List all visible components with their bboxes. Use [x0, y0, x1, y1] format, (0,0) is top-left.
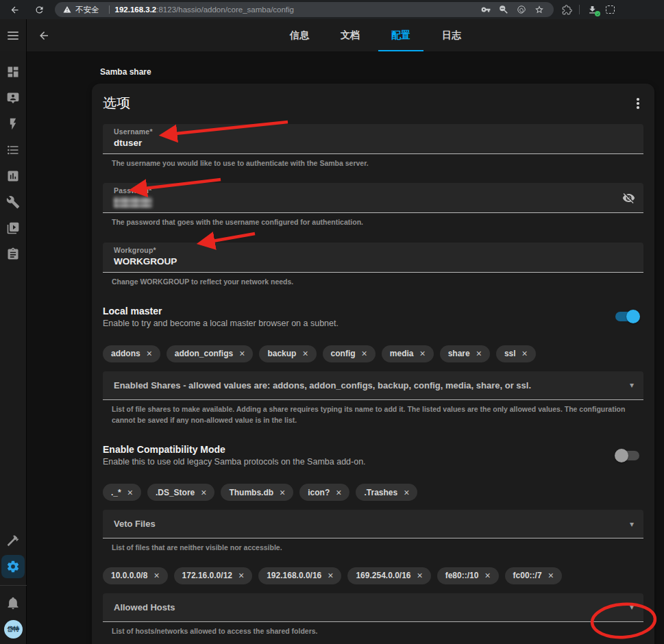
chip-remove-icon[interactable]: × — [522, 349, 528, 358]
browser-logo-icon[interactable] — [513, 1, 530, 18]
sidebar-item-developer-tools[interactable] — [1, 528, 25, 554]
card-menu-icon[interactable] — [628, 94, 648, 113]
veto-files-section: ._*×.DS_Store×Thumbs.db×icon?×.Trashes× … — [103, 484, 643, 553]
chip[interactable]: .Trashes× — [356, 484, 417, 501]
chip-remove-icon[interactable]: × — [147, 349, 152, 358]
chip[interactable]: icon?× — [299, 484, 349, 501]
chip[interactable]: fc00::/7× — [505, 567, 562, 584]
chip[interactable]: fe80::/10× — [437, 567, 499, 584]
chip-remove-icon[interactable]: × — [280, 488, 285, 497]
user-avatar[interactable]: 岱特 — [4, 620, 23, 639]
zoom-out-icon[interactable] — [495, 1, 513, 18]
local-master-row: Local master Enable to try and become a … — [103, 306, 642, 328]
chip[interactable]: 10.0.0.0/8× — [103, 567, 168, 584]
wrench-icon — [6, 195, 20, 209]
chip[interactable]: ._*× — [103, 484, 141, 501]
chip[interactable]: ssl× — [496, 345, 536, 362]
extensions-puzzle-icon[interactable] — [558, 1, 576, 18]
chip-label: backup — [267, 349, 296, 358]
sidebar-item-history[interactable] — [1, 163, 25, 189]
clipboard-list-icon — [6, 247, 20, 261]
allowed-hosts-section: 10.0.0.0/8×172.16.0.0/12×192.168.0.0/16×… — [103, 567, 643, 636]
workgroup-field-group: Workgroup* WORKGROUP Change WORKGROUP to… — [103, 243, 643, 287]
username-helper: The username you would like to use to au… — [112, 158, 632, 169]
chip[interactable]: .DS_Store× — [147, 484, 215, 501]
addon-name-label: Samba share — [100, 67, 664, 77]
chip[interactable]: addon_configs× — [167, 345, 254, 362]
address-bar[interactable]: 不安全 192.168.3.2 :8123/hassio/addon/core_… — [55, 2, 554, 17]
chip[interactable]: addons× — [103, 345, 160, 362]
downloads-icon[interactable] — [583, 1, 601, 18]
chip-remove-icon[interactable]: × — [548, 571, 554, 580]
chip-remove-icon[interactable]: × — [476, 349, 482, 358]
sidebar-item-tools[interactable] — [1, 189, 25, 215]
local-master-toggle[interactable] — [615, 310, 640, 323]
chip[interactable]: 172.16.0.0/12× — [174, 567, 253, 584]
enabled-shares-section: addons×addon_configs×backup×config×media… — [103, 345, 643, 426]
password-field-group: Password* The password that goes with th… — [103, 183, 643, 227]
sidebar-item-settings[interactable] — [1, 555, 25, 578]
sidebar-item-overview[interactable] — [1, 59, 25, 85]
chip-remove-icon[interactable]: × — [417, 571, 423, 580]
sidebar-item-people[interactable] — [1, 85, 25, 111]
chip-remove-icon[interactable]: × — [328, 571, 333, 580]
chip-remove-icon[interactable]: × — [302, 349, 308, 358]
chip-remove-icon[interactable]: × — [127, 488, 133, 497]
chip-label: ssl — [504, 349, 516, 358]
browser-refresh-icon[interactable] — [30, 1, 48, 18]
sidebar-item-todo[interactable] — [1, 241, 25, 267]
chip[interactable]: share× — [440, 345, 490, 362]
sidebar-item-notifications[interactable] — [1, 590, 25, 616]
workgroup-field[interactable]: Workgroup* WORKGROUP — [103, 243, 643, 273]
allowed-hosts-chips: 10.0.0.0/8×172.16.0.0/12×192.168.0.0/16×… — [103, 567, 643, 584]
sidebar-item-media[interactable] — [1, 215, 25, 241]
card-title: 选项 — [103, 94, 628, 112]
chip-label: fc00::/7 — [513, 571, 542, 580]
chip-label: Thumbs.db — [229, 488, 273, 497]
workgroup-helper: Change WORKGROUP to reflect your network… — [112, 276, 632, 287]
username-field[interactable]: Username* dtuser — [103, 124, 643, 154]
chip-remove-icon[interactable]: × — [404, 488, 409, 497]
chip-label: .Trashes — [364, 488, 397, 497]
chip-label: icon? — [308, 488, 330, 497]
chip[interactable]: config× — [323, 345, 376, 362]
tab-configuration[interactable]: 配置 — [376, 19, 426, 51]
chip[interactable]: 169.254.0.0/16× — [347, 567, 430, 584]
chip[interactable]: backup× — [259, 345, 316, 362]
chip[interactable]: media× — [382, 345, 434, 362]
chip-label: media — [390, 349, 414, 358]
list-icon — [6, 143, 20, 157]
chip-remove-icon[interactable]: × — [153, 571, 159, 580]
allowed-hosts-select[interactable]: Allowed Hosts ▾ — [103, 593, 643, 622]
sidebar-item-logbook[interactable] — [1, 137, 25, 163]
password-eye-icon[interactable] — [622, 191, 635, 204]
chip-remove-icon[interactable]: × — [336, 488, 341, 497]
sidebar-divider — [0, 585, 27, 586]
sidebar-menu-button[interactable] — [0, 19, 27, 51]
app-back-button[interactable] — [38, 29, 50, 42]
veto-files-select[interactable]: Veto Files ▾ — [103, 510, 643, 538]
sidebar-item-energy[interactable] — [1, 111, 25, 137]
tab-log[interactable]: 日志 — [426, 19, 477, 51]
tab-documentation[interactable]: 文档 — [325, 19, 376, 51]
chip-remove-icon[interactable]: × — [238, 571, 244, 580]
chip-remove-icon[interactable]: × — [201, 488, 206, 497]
password-manager-icon[interactable] — [477, 1, 495, 18]
security-label[interactable]: 不安全 — [75, 5, 99, 15]
browser-back-icon[interactable] — [5, 1, 23, 18]
chip-remove-icon[interactable]: × — [484, 571, 490, 580]
password-field[interactable]: Password* — [103, 183, 643, 213]
tab-info[interactable]: 信息 — [274, 19, 325, 51]
chip-remove-icon[interactable]: × — [239, 349, 245, 358]
compatibility-mode-toggle[interactable] — [615, 449, 640, 462]
username-label: Username* — [114, 127, 632, 136]
chip[interactable]: 192.168.0.0/16× — [258, 567, 341, 584]
web-capture-icon[interactable] — [601, 1, 619, 18]
chip-remove-icon[interactable]: × — [362, 349, 367, 358]
chip-remove-icon[interactable]: × — [419, 349, 425, 358]
security-warning-icon[interactable] — [63, 5, 71, 14]
enabled-shares-select[interactable]: Enabled Shares - allowed values are: add… — [103, 371, 643, 400]
favorite-star-icon[interactable] — [530, 1, 548, 18]
options-card: 选项 Username* dtuser The username you wou… — [92, 84, 654, 644]
chip[interactable]: Thumbs.db× — [221, 484, 293, 501]
